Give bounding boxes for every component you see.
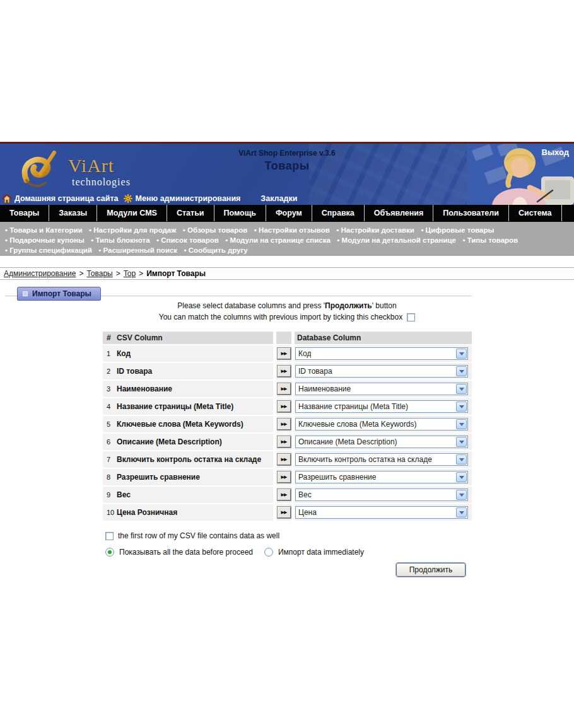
nav-item-moduli-cms[interactable]: Модули CMS — [97, 205, 167, 221]
show-all-radio[interactable] — [105, 548, 114, 557]
forward-arrows-button[interactable]: ▶▶ — [278, 436, 291, 448]
instruction-line-2-text: You can match the columns with previous … — [159, 313, 402, 321]
csv-column-label: ID товара — [117, 367, 152, 376]
chevron-down-icon — [456, 402, 467, 412]
chevron-down-icon — [456, 454, 467, 465]
subnav-soobschit-drugu[interactable]: Сообщить другу — [184, 246, 248, 254]
tab-square-icon — [23, 291, 28, 296]
nav-item-polzovateli[interactable]: Пользователи — [433, 205, 509, 221]
csv-column-label: Включить контроль остатка на складе — [117, 455, 261, 464]
quick-links: Домашняя страница сайта Меню администрир… — [3, 194, 297, 203]
row-number: 8 — [103, 473, 117, 481]
nav-item-tovary[interactable]: Товары — [0, 205, 49, 221]
subnav-tipy-bloknota[interactable]: Типы блокнота — [91, 236, 149, 244]
database-column-select[interactable]: Разрешить сравнение — [295, 471, 468, 483]
database-column-select[interactable]: Описание (Meta Description) — [295, 436, 468, 448]
database-column-select[interactable]: Цена — [295, 506, 468, 519]
csv-column-label: Код — [117, 349, 131, 358]
database-column-select[interactable]: Ключевые слова (Meta Keywords) — [295, 418, 468, 430]
row-number: 4 — [103, 403, 117, 410]
nav-item-spravka[interactable]: Справка — [312, 205, 365, 221]
first-row-label: the first row of my CSV file contains da… — [118, 531, 279, 540]
match-previous-import-checkbox[interactable] — [407, 313, 415, 321]
logout-link[interactable]: Выход — [542, 147, 569, 157]
first-row-checkbox[interactable] — [105, 532, 114, 540]
header: ViArt technologies ViArt Shop Enterprise… — [0, 142, 574, 205]
database-column-select[interactable]: Название страницы (Meta Title) — [295, 400, 468, 413]
admin-menu-label: Меню администрирования — [136, 194, 241, 203]
table-row: 5Ключевые слова (Meta Keywords) ▶▶ Ключе… — [103, 416, 472, 432]
home-page-link[interactable]: Домашняя страница сайта — [3, 194, 119, 203]
csv-column-label: Разрешить сравнение — [117, 473, 200, 482]
subnav-nastroyki-dostavki[interactable]: Настройки доставки — [336, 226, 414, 234]
breadcrumb-top[interactable]: Top — [124, 269, 136, 278]
admin-page: ViArt technologies ViArt Shop Enterprise… — [0, 0, 574, 728]
admin-menu-link[interactable]: Меню администрирования — [124, 194, 241, 203]
chevron-down-icon — [456, 384, 467, 394]
first-row-option: the first row of my CSV file contains da… — [105, 531, 279, 540]
row-number: 10 — [103, 509, 117, 516]
breadcrumb-tovary[interactable]: Товары — [86, 269, 112, 278]
subnav-gruppy-spetsifikatsiy[interactable]: Группы спецификаций — [5, 246, 92, 254]
forward-arrows-button[interactable]: ▶▶ — [278, 383, 291, 395]
subnav-moduli-spiska[interactable]: Модули на странице списка — [225, 236, 331, 244]
nav-item-stati[interactable]: Статьи — [167, 205, 214, 221]
chevron-down-icon — [456, 349, 467, 359]
show-all-label: Показывать all the data before proceed — [119, 548, 253, 557]
chevron-down-icon — [456, 419, 467, 429]
database-column-select[interactable]: ID товара — [295, 365, 468, 378]
col-header-num: # — [103, 333, 117, 342]
forward-arrows-button[interactable]: ▶▶ — [278, 348, 291, 359]
breadcrumb-administration[interactable]: Администрирование — [4, 269, 76, 278]
nav-item-obyavleniya[interactable]: Объявления — [365, 205, 433, 221]
table-row: 4Название страницы (Meta Title) ▶▶ Назва… — [103, 398, 472, 415]
sub-nav: Товары и Категории Настройки для продаж … — [0, 222, 574, 256]
nav-item-sistema[interactable]: Система — [509, 205, 562, 221]
csv-column-label: Вес — [117, 490, 131, 499]
gear-icon — [124, 194, 132, 203]
row-number: 1 — [103, 350, 117, 357]
breadcrumb: Администрирование > Товары > Top > Импор… — [0, 267, 574, 280]
csv-column-label: Название страницы (Meta Title) — [117, 402, 233, 411]
bookmarks-link[interactable]: Закладки — [261, 194, 297, 203]
import-mode-options: Показывать all the data before proceed И… — [105, 548, 364, 557]
subnav-spisok-tovarov[interactable]: Список товаров — [156, 236, 219, 244]
database-column-select[interactable]: Включить контроль остатка на складе — [295, 453, 468, 466]
forward-arrows-button[interactable]: ▶▶ — [278, 401, 291, 412]
chevron-down-icon — [456, 366, 467, 376]
forward-arrows-button[interactable]: ▶▶ — [278, 507, 291, 518]
column-mapping-table: #CSV Column Database Column 1Код ▶▶ Код … — [103, 332, 472, 522]
database-column-select[interactable]: Код — [295, 347, 468, 360]
nav-item-pomosch[interactable]: Помощь — [214, 205, 266, 221]
tab-import-tovary[interactable]: Импорт Товары — [17, 287, 101, 301]
forward-arrows-button[interactable]: ▶▶ — [278, 454, 291, 465]
subnav-nastroyki-prodazh[interactable]: Настройки для продаж — [89, 226, 176, 234]
csv-column-label: Ключевые слова (Meta Keywords) — [117, 420, 243, 429]
nav-item-zakazy[interactable]: Заказы — [49, 205, 97, 221]
col-header-csv: CSV Column — [117, 333, 163, 342]
nav-item-forum[interactable]: Форум — [266, 205, 312, 221]
instruction-line-2: You can match the columns with previous … — [0, 313, 574, 321]
subnav-tovary-kategorii[interactable]: Товары и Категории — [5, 226, 83, 234]
subnav-tsifrovye-tovary[interactable]: Цифровые товары — [421, 226, 494, 234]
subnav-moduli-detalnoy[interactable]: Модули на детальной странице — [337, 236, 456, 244]
forward-arrows-button[interactable]: ▶▶ — [278, 419, 291, 430]
forward-arrows-button[interactable]: ▶▶ — [278, 366, 291, 377]
breadcrumb-separator: > — [139, 269, 143, 278]
forward-arrows-button[interactable]: ▶▶ — [278, 489, 291, 500]
database-column-select[interactable]: Наименование — [295, 383, 468, 395]
database-column-select[interactable]: Вес — [295, 488, 468, 501]
subnav-nastroyki-otzyvov[interactable]: Настройки отзывов — [254, 226, 330, 234]
subnav-rasshirenny-poisk[interactable]: Расширенный поиск — [98, 246, 177, 254]
import-immediately-radio[interactable] — [264, 548, 273, 557]
row-number: 3 — [103, 385, 117, 393]
forward-arrows-button[interactable]: ▶▶ — [278, 471, 291, 483]
subnav-tipy-tovarov[interactable]: Типы товаров — [462, 236, 518, 244]
breadcrumb-separator: > — [79, 269, 83, 278]
table-row: 1Код ▶▶ Код — [103, 345, 472, 362]
subnav-podarochnye-kupony[interactable]: Подарочные купоны — [5, 236, 85, 244]
continue-button[interactable]: Продолжить — [396, 563, 466, 577]
bookmarks-label: Закладки — [261, 194, 297, 203]
subnav-obzory-tovarov[interactable]: Обзоры товаров — [183, 226, 248, 234]
row-number: 5 — [103, 420, 117, 428]
